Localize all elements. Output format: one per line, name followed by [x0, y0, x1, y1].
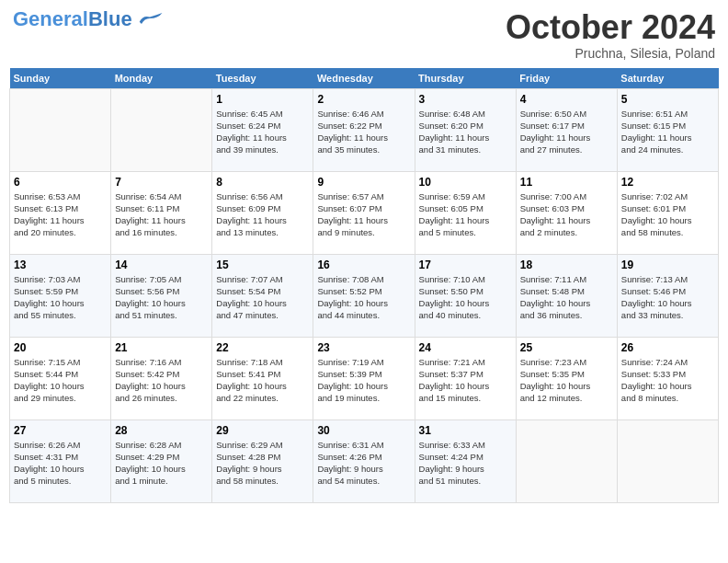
day-number: 5 — [621, 93, 714, 106]
day-number: 29 — [216, 424, 309, 437]
calendar-cell: 5Sunrise: 6:51 AM Sunset: 6:15 PM Daylig… — [617, 88, 718, 171]
day-info: Sunrise: 6:48 AM Sunset: 6:20 PM Dayligh… — [419, 108, 512, 156]
day-number: 11 — [520, 176, 613, 189]
day-number: 16 — [317, 259, 410, 271]
calendar-cell: 20Sunrise: 7:15 AM Sunset: 5:44 PM Dayli… — [10, 337, 111, 419]
calendar-cell: 13Sunrise: 7:03 AM Sunset: 5:59 PM Dayli… — [10, 254, 111, 337]
calendar-cell: 25Sunrise: 7:23 AM Sunset: 5:35 PM Dayli… — [516, 337, 617, 419]
day-info: Sunrise: 6:31 AM Sunset: 4:26 PM Dayligh… — [317, 439, 410, 488]
logo-bird-icon — [136, 10, 164, 27]
day-number: 14 — [115, 259, 208, 271]
day-number: 13 — [14, 259, 107, 271]
week-row-4: 20Sunrise: 7:15 AM Sunset: 5:44 PM Dayli… — [10, 337, 719, 419]
calendar-cell: 7Sunrise: 6:54 AM Sunset: 6:11 PM Daylig… — [111, 171, 212, 254]
weekday-header-saturday: Saturday — [617, 68, 718, 89]
day-number: 27 — [14, 424, 107, 437]
location: Pruchna, Silesia, Poland — [506, 46, 715, 61]
day-number: 17 — [419, 259, 512, 271]
calendar-cell — [111, 88, 212, 171]
day-info: Sunrise: 7:19 AM Sunset: 5:39 PM Dayligh… — [317, 356, 410, 405]
day-number: 3 — [419, 93, 512, 106]
calendar-cell: 24Sunrise: 7:21 AM Sunset: 5:37 PM Dayli… — [415, 337, 516, 419]
calendar-cell: 14Sunrise: 7:05 AM Sunset: 5:56 PM Dayli… — [111, 254, 212, 337]
day-number: 8 — [216, 176, 309, 189]
day-number: 22 — [216, 341, 309, 354]
title-block: October 2024 Pruchna, Silesia, Poland — [506, 9, 715, 61]
calendar-cell — [10, 88, 111, 171]
day-info: Sunrise: 7:16 AM Sunset: 5:42 PM Dayligh… — [115, 356, 208, 405]
calendar-cell: 26Sunrise: 7:24 AM Sunset: 5:33 PM Dayli… — [617, 337, 718, 419]
calendar-cell — [617, 419, 718, 502]
day-info: Sunrise: 6:51 AM Sunset: 6:15 PM Dayligh… — [621, 108, 714, 156]
calendar-cell: 10Sunrise: 6:59 AM Sunset: 6:05 PM Dayli… — [415, 171, 516, 254]
calendar-cell: 1Sunrise: 6:45 AM Sunset: 6:24 PM Daylig… — [212, 88, 313, 171]
logo-text: GeneralBlue — [13, 9, 132, 29]
calendar-cell: 29Sunrise: 6:29 AM Sunset: 4:28 PM Dayli… — [212, 419, 313, 502]
calendar-cell: 23Sunrise: 7:19 AM Sunset: 5:39 PM Dayli… — [313, 337, 415, 419]
day-number: 26 — [621, 341, 714, 354]
day-number: 24 — [419, 341, 512, 354]
day-number: 20 — [14, 341, 107, 354]
day-number: 10 — [419, 176, 512, 189]
week-row-1: 1Sunrise: 6:45 AM Sunset: 6:24 PM Daylig… — [10, 88, 719, 171]
weekday-header-sunday: Sunday — [10, 68, 111, 89]
calendar-cell: 31Sunrise: 6:33 AM Sunset: 4:24 PM Dayli… — [415, 419, 516, 502]
calendar-cell: 17Sunrise: 7:10 AM Sunset: 5:50 PM Dayli… — [415, 254, 516, 337]
week-row-3: 13Sunrise: 7:03 AM Sunset: 5:59 PM Dayli… — [10, 254, 719, 337]
weekday-header-monday: Monday — [111, 68, 212, 89]
week-row-2: 6Sunrise: 6:53 AM Sunset: 6:13 PM Daylig… — [10, 171, 719, 254]
calendar-cell: 19Sunrise: 7:13 AM Sunset: 5:46 PM Dayli… — [617, 254, 718, 337]
day-number: 28 — [115, 424, 208, 437]
day-number: 15 — [216, 259, 309, 271]
day-info: Sunrise: 7:03 AM Sunset: 5:59 PM Dayligh… — [14, 273, 107, 322]
day-number: 18 — [520, 259, 613, 271]
day-info: Sunrise: 7:07 AM Sunset: 5:54 PM Dayligh… — [216, 273, 309, 322]
day-info: Sunrise: 7:10 AM Sunset: 5:50 PM Dayligh… — [419, 273, 512, 322]
day-number: 23 — [317, 341, 410, 354]
day-number: 9 — [317, 176, 410, 189]
calendar-cell: 6Sunrise: 6:53 AM Sunset: 6:13 PM Daylig… — [10, 171, 111, 254]
calendar-cell: 15Sunrise: 7:07 AM Sunset: 5:54 PM Dayli… — [212, 254, 313, 337]
calendar-cell: 18Sunrise: 7:11 AM Sunset: 5:48 PM Dayli… — [516, 254, 617, 337]
calendar-cell: 21Sunrise: 7:16 AM Sunset: 5:42 PM Dayli… — [111, 337, 212, 419]
calendar-cell: 11Sunrise: 7:00 AM Sunset: 6:03 PM Dayli… — [516, 171, 617, 254]
day-info: Sunrise: 7:23 AM Sunset: 5:35 PM Dayligh… — [520, 356, 613, 405]
logo: GeneralBlue — [13, 9, 164, 29]
weekday-header-row: SundayMondayTuesdayWednesdayThursdayFrid… — [10, 68, 719, 89]
day-info: Sunrise: 7:08 AM Sunset: 5:52 PM Dayligh… — [317, 273, 410, 322]
calendar-cell — [516, 419, 617, 502]
day-number: 12 — [621, 176, 714, 189]
month-title: October 2024 — [506, 9, 715, 46]
day-info: Sunrise: 7:02 AM Sunset: 6:01 PM Dayligh… — [621, 190, 714, 239]
calendar-cell: 9Sunrise: 6:57 AM Sunset: 6:07 PM Daylig… — [313, 171, 415, 254]
day-info: Sunrise: 6:59 AM Sunset: 6:05 PM Dayligh… — [419, 190, 512, 239]
calendar-cell: 30Sunrise: 6:31 AM Sunset: 4:26 PM Dayli… — [313, 419, 415, 502]
day-info: Sunrise: 6:50 AM Sunset: 6:17 PM Dayligh… — [520, 108, 613, 156]
day-info: Sunrise: 6:46 AM Sunset: 6:22 PM Dayligh… — [317, 108, 410, 156]
weekday-header-thursday: Thursday — [415, 68, 516, 89]
calendar-table: SundayMondayTuesdayWednesdayThursdayFrid… — [9, 68, 719, 503]
calendar-cell: 8Sunrise: 6:56 AM Sunset: 6:09 PM Daylig… — [212, 171, 313, 254]
day-info: Sunrise: 7:05 AM Sunset: 5:56 PM Dayligh… — [115, 273, 208, 322]
day-info: Sunrise: 7:15 AM Sunset: 5:44 PM Dayligh… — [14, 356, 107, 405]
day-info: Sunrise: 6:57 AM Sunset: 6:07 PM Dayligh… — [317, 190, 410, 239]
calendar-cell: 4Sunrise: 6:50 AM Sunset: 6:17 PM Daylig… — [516, 88, 617, 171]
day-info: Sunrise: 6:56 AM Sunset: 6:09 PM Dayligh… — [216, 190, 309, 239]
page-header: GeneralBlue October 2024 Pruchna, Silesi… — [9, 9, 719, 61]
day-number: 19 — [621, 259, 714, 271]
day-info: Sunrise: 7:24 AM Sunset: 5:33 PM Dayligh… — [621, 356, 714, 405]
day-info: Sunrise: 6:54 AM Sunset: 6:11 PM Dayligh… — [115, 190, 208, 239]
day-number: 2 — [317, 93, 410, 106]
day-number: 25 — [520, 341, 613, 354]
day-info: Sunrise: 7:13 AM Sunset: 5:46 PM Dayligh… — [621, 273, 714, 322]
day-number: 6 — [14, 176, 107, 189]
day-info: Sunrise: 7:18 AM Sunset: 5:41 PM Dayligh… — [216, 356, 309, 405]
day-info: Sunrise: 6:53 AM Sunset: 6:13 PM Dayligh… — [14, 190, 107, 239]
day-number: 1 — [216, 93, 309, 106]
day-number: 7 — [115, 176, 208, 189]
day-number: 30 — [317, 424, 410, 437]
day-info: Sunrise: 7:21 AM Sunset: 5:37 PM Dayligh… — [419, 356, 512, 405]
calendar-cell: 28Sunrise: 6:28 AM Sunset: 4:29 PM Dayli… — [111, 419, 212, 502]
day-info: Sunrise: 6:33 AM Sunset: 4:24 PM Dayligh… — [419, 439, 512, 488]
weekday-header-friday: Friday — [516, 68, 617, 89]
